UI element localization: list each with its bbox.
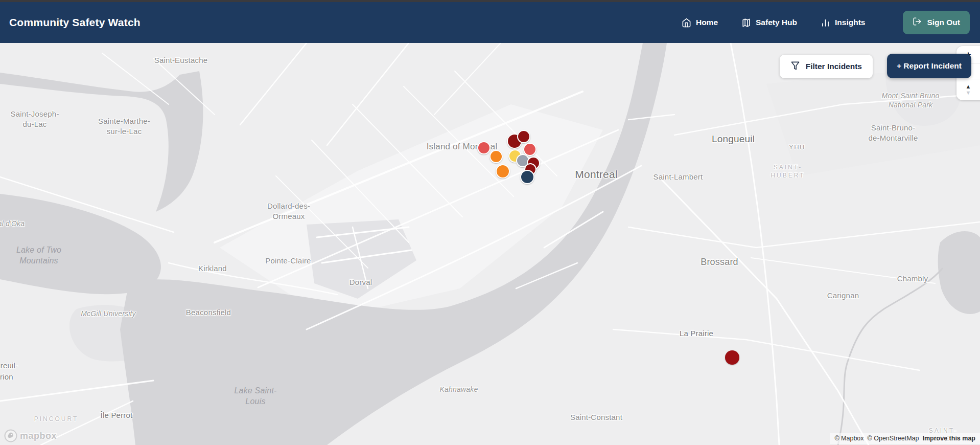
incident-marker[interactable] <box>489 150 503 163</box>
arrow-down-icon[interactable]: ▼ <box>966 90 971 96</box>
map-container: Saint-EustacheSaint-Joseph- du-LacSainte… <box>0 43 980 445</box>
nav-item-insights[interactable]: Insights <box>821 18 865 28</box>
app-title: Community Safety Watch <box>9 16 141 29</box>
incident-marker[interactable] <box>496 164 510 179</box>
arrow-up-icon[interactable]: ▲ <box>966 83 971 90</box>
mapbox-logo-icon <box>4 429 17 442</box>
sign-out-label: Sign Out <box>927 18 960 27</box>
pitch-control[interactable]: ▲ ▼ <box>956 79 980 100</box>
nav-label: Insights <box>835 18 865 27</box>
incident-marker[interactable] <box>517 130 530 143</box>
sign-out-icon <box>913 17 922 28</box>
home-icon <box>682 18 691 28</box>
incident-marker[interactable] <box>477 141 491 154</box>
map-icon <box>741 18 751 28</box>
improve-map-link[interactable]: Improve this map <box>923 435 976 442</box>
main-nav: Home Safety Hub Insights Sign Out <box>682 11 970 34</box>
mapbox-logo-text: mapbox <box>20 431 57 441</box>
funnel-icon <box>790 61 800 73</box>
incident-marker[interactable] <box>520 170 534 184</box>
map-canvas[interactable] <box>0 43 980 445</box>
nav-item-safety-hub[interactable]: Safety Hub <box>741 18 797 28</box>
filter-incidents-button[interactable]: Filter Incidents <box>780 55 873 78</box>
app-header: Community Safety Watch Home Safety Hub I… <box>0 2 980 43</box>
incident-marker[interactable] <box>725 350 739 365</box>
nav-item-home[interactable]: Home <box>682 18 718 28</box>
report-incident-button[interactable]: + Report Incident <box>887 54 971 78</box>
mapbox-attribution-link[interactable]: © Mapbox <box>834 435 864 442</box>
map-attribution: © Mapbox © OpenStreetMap Improve this ma… <box>830 433 980 444</box>
nav-label: Home <box>696 18 718 27</box>
sign-out-button[interactable]: Sign Out <box>903 11 970 34</box>
mapbox-logo[interactable]: mapbox <box>4 429 57 442</box>
filter-incidents-label: Filter Incidents <box>806 62 862 71</box>
osm-attribution-link[interactable]: © OpenStreetMap <box>868 435 919 442</box>
nav-label: Safety Hub <box>756 18 797 27</box>
bar-chart-icon <box>821 18 830 28</box>
